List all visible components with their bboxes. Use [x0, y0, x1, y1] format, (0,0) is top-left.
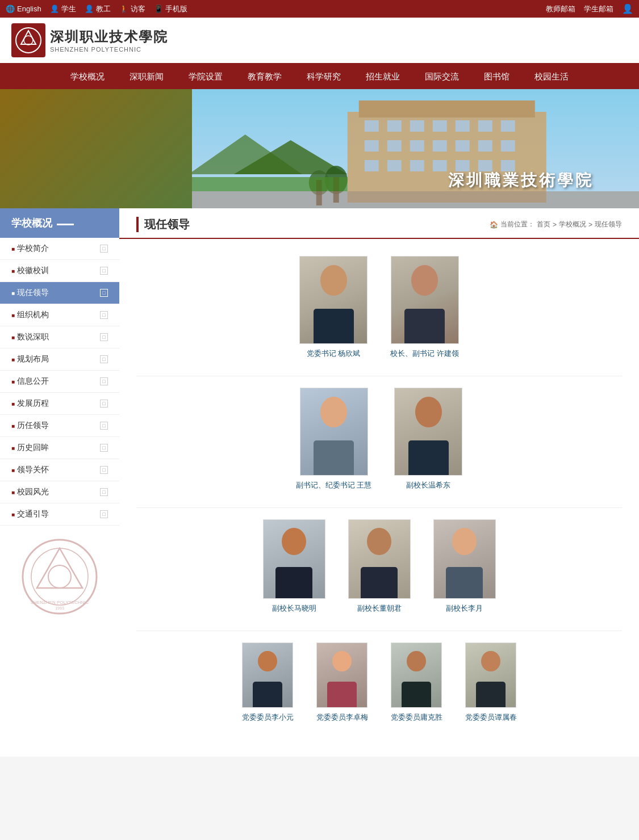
svg-rect-22 [364, 160, 378, 171]
sidebar-item-care[interactable]: ■领导关怀 □ [0, 459, 119, 481]
banner: 深圳職業技術學院 [0, 89, 639, 208]
leaders-row-2: 副书记、纪委书记 王慧 副校长温希东 [136, 388, 622, 490]
visitor-link[interactable]: 🚶 访客 [119, 4, 145, 14]
svg-marker-1 [21, 31, 36, 44]
leader-photo [299, 256, 367, 344]
top-bar-right: 教师邮箱 学生邮箱 👤 [546, 3, 633, 14]
page-header: 现任领导 🏠 当前位置： 首页 > 学校概况 > 现任领导 [119, 208, 639, 239]
leader-name[interactable]: 党委委员庸克胜 [391, 712, 442, 723]
leader-name[interactable]: 副校长温希东 [406, 480, 450, 490]
divider [136, 507, 622, 508]
sidebar-item-emblem[interactable]: ■校徽校训 □ [0, 260, 119, 282]
divider [136, 376, 622, 376]
svg-rect-21 [500, 140, 515, 152]
sidebar-watermark: SHENZHEN POLYTECHNIC 1993 [0, 526, 119, 628]
svg-rect-19 [455, 140, 469, 152]
expand-icon: □ [100, 311, 108, 319]
leader-name[interactable]: 副校长董朝君 [357, 603, 402, 614]
logo: 深圳职业技术學院 SHENZHEN POLYTECHNIC [11, 23, 168, 57]
nav-item-departments[interactable]: 学院设置 [176, 65, 235, 89]
logo-icon [11, 23, 45, 57]
nav-item-news[interactable]: 深职新闻 [117, 65, 176, 89]
sidebar-item-planning[interactable]: ■规划布局 □ [0, 348, 119, 371]
leader-photo [391, 642, 442, 708]
sidebar-title: 学校概况 [0, 208, 119, 238]
leader-card: 副书记、纪委书记 王慧 [296, 388, 372, 490]
sidebar-item-intro[interactable]: ■学校简介 □ [0, 238, 119, 260]
svg-marker-37 [37, 548, 82, 588]
breadcrumb-home[interactable]: 首页 [537, 220, 550, 229]
visitor-icon: 🚶 [119, 5, 128, 13]
breadcrumb-current: 现任领导 [595, 220, 622, 229]
leader-name[interactable]: 党委书记 杨欣斌 [307, 348, 361, 359]
main-nav: 学校概况 深职新闻 学院设置 教育教学 科学研究 招生就业 国际交流 图书馆 校… [0, 65, 639, 89]
teacher-mail-link[interactable]: 教师邮箱 [546, 4, 575, 14]
header: 深圳职业技术學院 SHENZHEN POLYTECHNIC [0, 18, 639, 65]
leader-card: 党委书记 杨欣斌 [299, 256, 367, 359]
nav-item-overview[interactable]: 学校概况 [58, 65, 117, 89]
nav-item-education[interactable]: 教育教学 [235, 65, 294, 89]
leader-photo [394, 388, 462, 476]
svg-rect-14 [500, 120, 515, 132]
svg-rect-15 [364, 140, 378, 152]
leader-name[interactable]: 党委委员李卓梅 [316, 712, 368, 723]
nav-item-research[interactable]: 科学研究 [294, 65, 353, 89]
english-link[interactable]: 🌐 English [6, 5, 41, 13]
student-link[interactable]: 👤 学生 [50, 4, 76, 14]
expand-icon: □ [100, 422, 108, 430]
user-account-link[interactable]: 👤 [622, 3, 633, 14]
sidebar-item-leaders[interactable]: ■现任领导 □ [0, 282, 119, 304]
nav-item-international[interactable]: 国际交流 [412, 65, 471, 89]
expand-icon: □ [100, 466, 108, 474]
mobile-link[interactable]: 📱 手机版 [154, 4, 187, 14]
svg-rect-17 [410, 140, 424, 152]
nav-item-library[interactable]: 图书馆 [471, 65, 522, 89]
leader-card: 党委委员李卓梅 [316, 642, 368, 723]
sidebar-item-retrospect[interactable]: ■历史回眸 □ [0, 437, 119, 459]
top-bar-left: 🌐 English 👤 学生 👤 教工 🚶 访客 📱 手机版 [6, 4, 187, 14]
user-icon: 👤 [622, 3, 633, 14]
svg-rect-25 [432, 160, 446, 171]
sidebar-item-facts[interactable]: ■数说深职 □ [0, 326, 119, 348]
leader-card: 副校长温希东 [394, 388, 462, 490]
svg-rect-9 [387, 120, 401, 132]
nav-item-enrollment[interactable]: 招生就业 [353, 65, 412, 89]
leaders-row-1: 党委书记 杨欣斌 校长、副书记 许建领 [136, 256, 622, 359]
svg-text:SHENZHEN POLYTECHNIC: SHENZHEN POLYTECHNIC [31, 600, 89, 605]
svg-rect-20 [478, 140, 492, 152]
leader-photo [465, 642, 516, 708]
sidebar-item-info[interactable]: ■信息公开 □ [0, 371, 119, 393]
leader-name[interactable]: 副书记、纪委书记 王慧 [296, 480, 372, 490]
home-icon: 🏠 [490, 221, 498, 229]
sidebar-item-past-leaders[interactable]: ■历任领导 □ [0, 415, 119, 437]
sidebar-item-transport[interactable]: ■交通引导 □ [0, 503, 119, 526]
leader-name[interactable]: 党委委员谭属春 [465, 712, 517, 723]
student-mail-link[interactable]: 学生邮箱 [584, 4, 613, 14]
leader-name[interactable]: 党委委员李小元 [242, 712, 294, 723]
svg-rect-34 [192, 177, 348, 191]
expand-icon: □ [100, 400, 108, 408]
leader-name[interactable]: 副校长李月 [446, 603, 483, 614]
expand-icon: □ [100, 333, 108, 341]
leader-photo [433, 519, 496, 599]
sidebar-item-scenery[interactable]: ■校园风光 □ [0, 481, 119, 503]
leader-card: 副校长马晓明 [263, 519, 325, 614]
expand-icon: □ [100, 444, 108, 452]
sidebar-item-history[interactable]: ■发展历程 □ [0, 393, 119, 415]
teacher-link[interactable]: 👤 教工 [85, 4, 111, 14]
nav-item-campus[interactable]: 校园生活 [522, 65, 581, 89]
svg-point-36 [31, 548, 88, 605]
expand-icon: □ [100, 289, 108, 297]
breadcrumb-parent[interactable]: 学校概况 [559, 220, 586, 229]
svg-rect-13 [478, 120, 492, 132]
expand-icon: □ [100, 245, 108, 253]
leader-name[interactable]: 副校长马晓明 [272, 603, 316, 614]
leaders-row-3: 副校长马晓明 副校长董朝君 [136, 519, 622, 614]
svg-text:1993: 1993 [55, 606, 64, 610]
svg-rect-33 [192, 191, 640, 208]
leader-name[interactable]: 校长、副书记 许建领 [390, 348, 459, 359]
student-icon: 👤 [50, 5, 59, 13]
main-content: 现任领导 🏠 当前位置： 首页 > 学校概况 > 现任领导 [119, 208, 639, 757]
sidebar-item-org[interactable]: ■组织机构 □ [0, 304, 119, 326]
leader-photo [263, 519, 325, 599]
